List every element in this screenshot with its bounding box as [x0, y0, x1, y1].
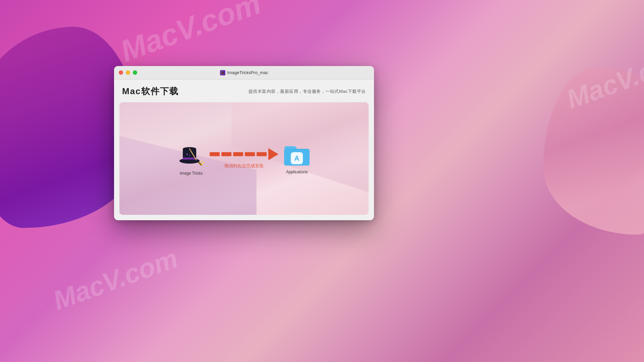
arrow-head — [268, 148, 278, 160]
window-title-bar: 🎩 ImageTricksPro_mac — [220, 70, 268, 75]
dash-5 — [257, 152, 267, 156]
svg-point-1 — [201, 164, 203, 165]
drag-instruction-label: 拖动到右边完成安装 — [224, 163, 264, 169]
svg-point-8 — [186, 154, 188, 155]
applications-label: Applications — [286, 170, 308, 174]
applications-folder-icon[interactable]: A — [283, 143, 310, 167]
dash-1 — [210, 152, 220, 156]
minimize-button[interactable] — [126, 70, 130, 75]
window-title: ImageTricksPro_mac — [227, 70, 268, 75]
traffic-lights — [119, 70, 137, 75]
window-header: Mac软件下载 提供丰富内容，最新应用，专业服务，一站式Mac下载平台 — [114, 79, 374, 102]
mac-window: 🎩 ImageTricksPro_mac Mac软件下载 提供丰富内容，最新应用… — [114, 66, 374, 220]
svg-text:A: A — [294, 155, 299, 162]
dash-3 — [233, 152, 243, 156]
title-bar: 🎩 ImageTricksPro_mac — [114, 66, 374, 79]
svg-line-3 — [203, 162, 205, 163]
header-subtitle: 提供丰富内容，最新应用，专业服务，一站式Mac下载平台 — [249, 88, 366, 95]
header-title: Mac软件下载 — [122, 85, 179, 97]
svg-point-10 — [189, 155, 190, 156]
dash-4 — [245, 152, 255, 156]
image-tricks-icon[interactable] — [178, 141, 205, 168]
svg-rect-7 — [183, 158, 196, 160]
applications-folder-wrapper: A Applications — [283, 143, 310, 174]
window-icon: 🎩 — [220, 70, 225, 75]
close-button[interactable] — [119, 70, 123, 75]
dash-2 — [221, 152, 231, 156]
drag-content: Image Tricks 拖动到右边完成安装 — [178, 141, 310, 176]
svg-line-2 — [201, 160, 203, 162]
arrow-section: 拖动到右边完成安装 — [210, 148, 278, 169]
app-label: Image Tricks — [180, 171, 203, 176]
maximize-button[interactable] — [133, 70, 137, 75]
app-icon-wrapper: Image Tricks — [178, 141, 205, 176]
dashed-arrow — [210, 148, 278, 160]
drag-area[interactable]: Image Tricks 拖动到右边完成安装 — [119, 102, 369, 215]
